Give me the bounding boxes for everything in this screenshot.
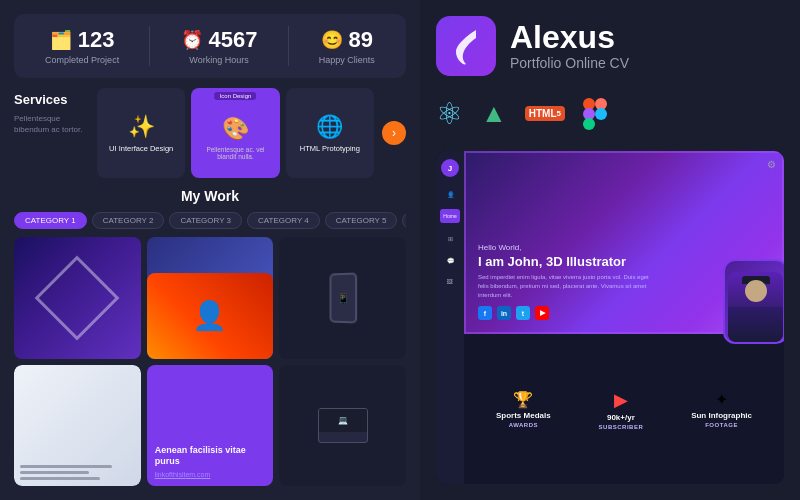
portfolio-preview: J 👤 Home ⊞ 💬 🖼 ⚙ Hello World, I am John,…	[436, 151, 784, 484]
awards-value: Sports Medals	[496, 411, 551, 420]
category-tab-2[interactable]: CATEGORY 2	[92, 212, 165, 229]
service-card-ui[interactable]: ✨ UI Interface Design	[97, 88, 185, 178]
brand-text: Alexus Portfolio Online CV	[510, 21, 629, 71]
portfolio-sidebar: J 👤 Home ⊞ 💬 🖼	[436, 151, 464, 484]
work-item-5-featured[interactable]: Aenean facilisis vitae purus linkofthisi…	[147, 365, 274, 487]
vue-icon: ▲	[481, 98, 507, 129]
sidebar-nav-chat[interactable]: 💬	[440, 253, 460, 267]
stat-divider-2	[288, 26, 289, 66]
category-tabs: CATEGORY 1 CATEGORY 2 CATEGORY 3 CATEGOR…	[14, 212, 406, 229]
icon-design-tag: Icon Design	[215, 92, 257, 100]
service-card-html[interactable]: 🌐 HTML Prototyping	[286, 88, 374, 178]
portfolio-stat-subscriber: ▶ 90k+/yr SUBSCRIBER	[599, 389, 644, 430]
my-work-title: My Work	[14, 188, 406, 204]
subscriber-label: SUBSCRIBER	[599, 424, 644, 430]
awards-icon: 🏆	[513, 390, 533, 409]
portfolio-stat-footage: ✦ Sun Infographic FOOTAGE	[691, 390, 752, 428]
work-item-2-image: 👤	[147, 273, 274, 358]
service-card-icon-sublabel: Pellentesque ac. vel blandit nulla.	[199, 146, 271, 160]
category-tab-6[interactable]: CATEGO...	[402, 212, 406, 229]
stat-completed: 🗂️ 123 Completed Project	[45, 27, 119, 65]
portfolio-person-avatar	[723, 259, 784, 344]
category-tab-1[interactable]: CATEGORY 1	[14, 212, 87, 229]
sidebar-nav-user[interactable]: 👤	[440, 187, 460, 201]
portfolio-hero: ⚙ Hello World, I am John, 3D Illustrator…	[464, 151, 784, 334]
service-card-icon-design[interactable]: Icon Design 🎨 Pellentesque ac. vel bland…	[191, 88, 279, 178]
avatar-head	[745, 280, 767, 302]
portfolio-stats-row: 🏆 Sports Medals AWARDS ▶ 90k+/yr SUBSCRI…	[464, 334, 784, 484]
left-panel: 🗂️ 123 Completed Project ⏰ 4567 Working …	[0, 0, 420, 500]
services-title: Services	[14, 92, 89, 107]
avatar-silhouette	[728, 272, 783, 342]
work-item-2[interactable]: 👤	[147, 237, 274, 359]
hours-label: Working Hours	[189, 55, 248, 65]
svg-point-4	[595, 108, 607, 120]
services-next-button[interactable]: ›	[382, 121, 406, 145]
hours-icon: ⏰	[181, 29, 203, 51]
brand-name: Alexus	[510, 21, 629, 53]
twitter-icon[interactable]: t	[516, 306, 530, 320]
hero-hello: Hello World,	[478, 243, 770, 252]
tech-icons-row: ⚛ ▲ HTML5	[436, 90, 784, 137]
html-proto-icon: 🌐	[316, 114, 343, 140]
brand-tagline: Portfolio Online CV	[510, 55, 629, 71]
hours-value: 4567	[209, 27, 258, 53]
footage-icon: ✦	[715, 390, 728, 409]
footage-label: FOOTAGE	[705, 422, 738, 428]
category-tab-5[interactable]: CATEGORY 5	[325, 212, 398, 229]
featured-title: Aenean facilisis vitae purus	[155, 445, 266, 468]
stat-divider-1	[149, 26, 150, 66]
right-panel: Alexus Portfolio Online CV ⚛ ▲ HTML5	[420, 0, 800, 500]
svg-rect-3	[583, 118, 595, 130]
my-work-section: My Work CATEGORY 1 CATEGORY 2 CATEGORY 3…	[14, 188, 406, 486]
portfolio-stat-awards: 🏆 Sports Medals AWARDS	[496, 390, 551, 428]
clients-label: Happy Clients	[319, 55, 375, 65]
completed-value: 123	[78, 27, 115, 53]
branding-section: Alexus Portfolio Online CV	[436, 16, 784, 76]
subscriber-icon: ▶	[614, 389, 628, 411]
brand-logo	[436, 16, 496, 76]
category-tab-3[interactable]: CATEGORY 3	[169, 212, 242, 229]
work-item-3[interactable]: 📱	[279, 237, 406, 359]
work-item-6[interactable]: 💻	[279, 365, 406, 487]
category-tab-4[interactable]: CATEGORY 4	[247, 212, 320, 229]
services-section: Services Pellentesque bibendum ac tortor…	[14, 88, 406, 178]
stat-clients: 😊 89 Happy Clients	[319, 27, 375, 65]
facebook-icon[interactable]: f	[478, 306, 492, 320]
clients-value: 89	[349, 27, 373, 53]
linkedin-icon[interactable]: in	[497, 306, 511, 320]
youtube-icon[interactable]: ▶	[535, 306, 549, 320]
stats-bar: 🗂️ 123 Completed Project ⏰ 4567 Working …	[14, 14, 406, 78]
figma-icon	[583, 98, 607, 130]
service-card-html-label: HTML Prototyping	[300, 144, 360, 153]
services-label-column: Services Pellentesque bibendum ac tortor…	[14, 88, 89, 178]
featured-link[interactable]: linkofthisitem.com	[155, 471, 266, 478]
hero-description: Sed imperdiet enim ligula, vitae viverra…	[478, 273, 658, 300]
work-grid: 👤 📱	[14, 237, 406, 486]
app-container: 🗂️ 123 Completed Project ⏰ 4567 Working …	[0, 0, 800, 500]
react-icon: ⚛	[436, 96, 463, 131]
phone-mockup: 📱	[329, 272, 357, 323]
work-item-1[interactable]	[14, 237, 141, 359]
completed-icon: 🗂️	[50, 29, 72, 51]
ui-design-icon: ✨	[128, 114, 155, 140]
gear-icon[interactable]: ⚙	[767, 159, 776, 170]
completed-label: Completed Project	[45, 55, 119, 65]
awards-label: AWARDS	[509, 422, 538, 428]
service-card-ui-label: UI Interface Design	[109, 144, 173, 153]
services-next-icon: ›	[392, 126, 396, 140]
brand-logo-icon	[448, 24, 484, 68]
footage-value: Sun Infographic	[691, 411, 752, 420]
work-item-4[interactable]	[14, 365, 141, 487]
sidebar-nav-grid[interactable]: ⊞	[440, 231, 460, 245]
clients-icon: 😊	[321, 29, 343, 51]
portfolio-sidebar-nav: 👤 Home ⊞ 💬 🖼	[440, 187, 460, 289]
sidebar-nav-image[interactable]: 🖼	[440, 275, 460, 289]
portfolio-avatar-letter: J	[441, 159, 459, 177]
icon-design-icon: 🎨	[222, 116, 249, 142]
sidebar-nav-home[interactable]: Home	[440, 209, 460, 223]
html5-icon: HTML5	[525, 106, 565, 121]
services-cards: ✨ UI Interface Design Icon Design 🎨 Pell…	[97, 88, 374, 178]
work-item-1-decoration	[35, 255, 120, 340]
laptop-mockup: 💻	[318, 408, 368, 443]
